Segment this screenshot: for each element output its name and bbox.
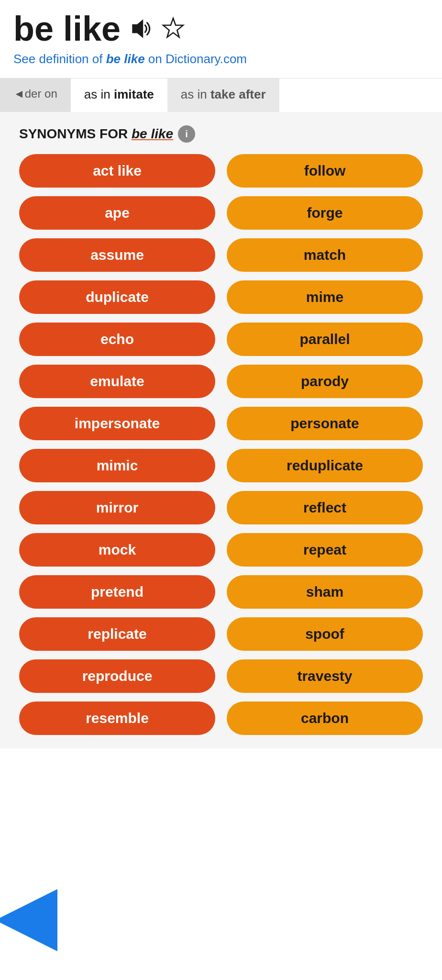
synonym-pill[interactable]: replicate — [19, 617, 215, 651]
synonym-pill[interactable]: duplicate — [19, 280, 215, 314]
back-nav-arrow[interactable] — [0, 889, 57, 951]
synonym-pill[interactable]: match — [227, 238, 423, 272]
content-area: SYNONYMS FOR be like i act likefollowape… — [0, 112, 442, 748]
synonyms-grid: act likefollowapeforgeassumematchduplica… — [19, 154, 423, 735]
synonym-pill[interactable]: echo — [19, 323, 215, 356]
synonym-pill[interactable]: reflect — [227, 491, 423, 524]
synonym-pill[interactable]: mirror — [19, 491, 215, 524]
synonym-pill[interactable]: reduplicate — [227, 449, 423, 482]
svg-marker-0 — [132, 19, 143, 38]
dictionary-link[interactable]: See definition of be like on Dictionary.… — [13, 52, 247, 66]
info-icon[interactable]: i — [178, 125, 195, 143]
synonym-pill[interactable]: repeat — [227, 533, 423, 567]
synonym-pill[interactable]: carbon — [227, 702, 423, 735]
synonym-pill[interactable]: spoof — [227, 617, 423, 651]
synonym-pill[interactable]: reproduce — [19, 659, 215, 693]
synonym-pill[interactable]: impersonate — [19, 407, 215, 440]
page-title: be like — [13, 11, 121, 46]
synonym-pill[interactable]: pretend — [19, 575, 215, 609]
synonym-pill[interactable]: act like — [19, 154, 215, 188]
speaker-icon[interactable] — [128, 16, 153, 41]
synonym-pill[interactable]: forge — [227, 196, 423, 230]
synonym-pill[interactable]: emulate — [19, 365, 215, 398]
synonym-pill[interactable]: ape — [19, 196, 215, 230]
synonyms-header: SYNONYMS FOR be like i — [19, 125, 423, 143]
tab-take-after[interactable]: as in take after — [167, 78, 279, 112]
title-row: be like — [13, 11, 429, 46]
synonym-pill[interactable]: sham — [227, 575, 423, 609]
synonym-pill[interactable]: follow — [227, 154, 423, 188]
synonyms-heading-prefix: SYNONYMS FOR be like — [19, 126, 173, 142]
favorite-icon[interactable] — [161, 16, 186, 41]
synonym-pill[interactable]: parody — [227, 365, 423, 398]
synonym-pill[interactable]: mock — [19, 533, 215, 567]
synonym-pill[interactable]: mimic — [19, 449, 215, 482]
synonym-pill[interactable]: mime — [227, 280, 423, 314]
synonym-pill[interactable]: resemble — [19, 702, 215, 735]
synonym-pill[interactable]: parallel — [227, 323, 423, 356]
tab-previous[interactable]: ◄der on — [0, 78, 71, 112]
header: be like See definition of be like on Dic… — [0, 0, 442, 74]
tab-imitate[interactable]: as in imitate — [71, 78, 167, 112]
synonym-pill[interactable]: assume — [19, 238, 215, 272]
synonym-pill[interactable]: travesty — [227, 659, 423, 693]
svg-marker-1 — [163, 18, 183, 37]
tabs-row: ◄der on as in imitate as in take after — [0, 78, 442, 112]
synonym-pill[interactable]: personate — [227, 407, 423, 440]
